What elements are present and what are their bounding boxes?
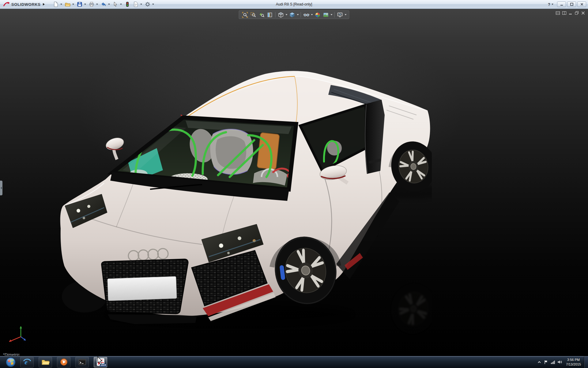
taskbar-windows-explorer[interactable] — [39, 357, 52, 367]
car-3d-model[interactable] — [58, 69, 432, 356]
new-document-icon[interactable] — [52, 1, 59, 8]
taskbar-command-prompt[interactable] — [75, 357, 89, 367]
orientation-triad[interactable] — [6, 323, 28, 347]
split-vertical-icon[interactable] — [562, 10, 566, 16]
document-window-controls — [556, 10, 585, 16]
internet-explorer-icon: e — [23, 358, 31, 366]
zoom-to-area-icon[interactable] — [250, 11, 257, 18]
close-button[interactable] — [577, 2, 586, 7]
clock-time: 3:56 PM — [566, 358, 581, 362]
hidden-icons-chevron[interactable] — [536, 358, 543, 366]
view-settings-caret[interactable] — [345, 14, 347, 15]
select-caret[interactable] — [120, 4, 122, 5]
view-orientation-label: *Dimetric — [3, 352, 20, 356]
open-icon[interactable] — [64, 1, 71, 8]
undo-caret[interactable] — [108, 4, 110, 5]
main-toolbar — [52, 1, 155, 8]
hide-show-items-icon[interactable] — [303, 11, 310, 18]
rebuild-icon[interactable] — [124, 1, 131, 8]
previous-view-icon[interactable] — [258, 11, 266, 18]
child-close-icon[interactable] — [581, 10, 585, 16]
solidworks-logo-icon — [3, 2, 10, 7]
window-controls: ? — [546, 2, 586, 7]
view-orientation-caret[interactable] — [286, 14, 288, 15]
app-name: SOLIDWORKS — [11, 2, 41, 7]
action-center-flag-icon[interactable] — [543, 358, 549, 366]
heads-up-view-toolbar — [239, 10, 349, 19]
print-caret[interactable] — [96, 4, 98, 5]
system-tray: 3:56 PM 7/13/2015 — [536, 356, 588, 368]
taskbar-internet-explorer[interactable]: e — [20, 357, 34, 367]
command-prompt-icon — [78, 358, 86, 366]
file-properties-caret[interactable] — [140, 4, 142, 5]
media-player-icon — [60, 358, 68, 366]
options-icon[interactable] — [144, 1, 151, 8]
toolbar-separator — [275, 12, 276, 17]
app-titlebar: SOLIDWORKS — [0, 0, 588, 9]
clock-date: 7/13/2015 — [566, 362, 581, 367]
window-title: Audi R8 S [Read-only] — [276, 0, 312, 9]
graphics-area[interactable]: *Dimetric — [0, 9, 588, 356]
options-caret[interactable] — [152, 4, 154, 5]
child-restore-icon[interactable] — [575, 10, 579, 16]
section-view-icon[interactable] — [266, 11, 274, 18]
save-icon[interactable] — [76, 1, 83, 8]
display-style-caret[interactable] — [297, 14, 299, 15]
show-desktop-button[interactable] — [584, 356, 588, 368]
mouse-cursor — [97, 356, 104, 367]
save-caret[interactable] — [84, 4, 86, 5]
minimize-button[interactable] — [557, 2, 566, 7]
apply-scene-caret[interactable] — [331, 14, 333, 15]
zoom-to-fit-icon[interactable] — [241, 11, 249, 18]
menu-expand-arrow[interactable] — [43, 3, 45, 6]
taskbar: e — [0, 356, 588, 368]
panel-splitter-handle[interactable] — [0, 181, 2, 195]
toolbar-separator — [334, 12, 335, 17]
taskbar-media-player[interactable] — [57, 357, 70, 367]
display-style-icon[interactable] — [288, 11, 296, 18]
edit-appearance-icon[interactable] — [314, 11, 322, 18]
child-minimize-icon[interactable] — [569, 10, 572, 16]
start-button[interactable] — [4, 356, 18, 368]
file-properties-icon[interactable] — [132, 1, 139, 8]
apply-scene-icon[interactable] — [322, 11, 330, 18]
split-horizontal-icon[interactable] — [556, 10, 560, 16]
taskbar-clock[interactable]: 3:56 PM 7/13/2015 — [563, 358, 584, 367]
view-orientation-icon[interactable] — [277, 11, 285, 18]
undo-icon[interactable] — [100, 1, 107, 8]
help-button[interactable]: ? — [546, 2, 556, 7]
select-icon[interactable] — [112, 1, 119, 8]
open-caret[interactable] — [72, 4, 74, 5]
maximize-button[interactable] — [567, 2, 576, 7]
screen: SOLIDWORKS — [0, 0, 588, 368]
print-icon[interactable] — [88, 1, 95, 8]
folder-icon — [41, 358, 50, 366]
view-settings-icon[interactable] — [336, 11, 344, 18]
toolbar-separator — [301, 12, 301, 17]
volume-icon[interactable] — [556, 358, 563, 366]
solidworks-logo: SOLIDWORKS — [0, 0, 48, 9]
network-icon[interactable] — [549, 358, 556, 366]
hide-show-items-caret[interactable] — [311, 14, 313, 15]
new-document-caret[interactable] — [60, 4, 62, 5]
